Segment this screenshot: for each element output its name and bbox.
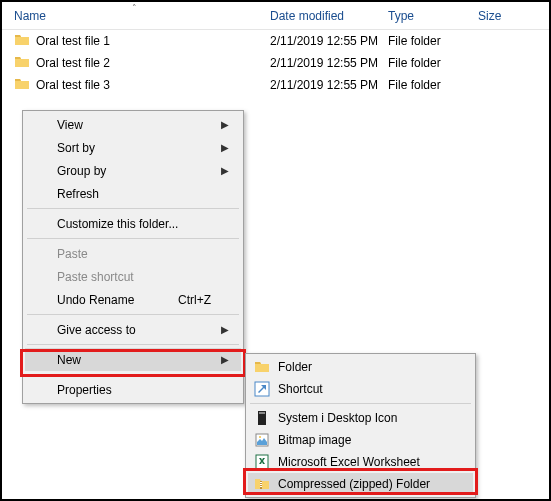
- folder-icon: [14, 32, 30, 51]
- file-date: 2/11/2019 12:55 PM: [270, 78, 388, 92]
- menu-separator: [27, 344, 239, 345]
- excel-icon: [254, 454, 270, 470]
- file-type: File folder: [388, 56, 478, 70]
- file-name: Oral test file 3: [36, 78, 110, 92]
- svg-rect-2: [259, 412, 265, 414]
- shortcut-icon: [254, 381, 270, 397]
- menu-separator: [27, 208, 239, 209]
- file-type: File folder: [388, 78, 478, 92]
- folder-icon: [14, 76, 30, 95]
- submenu-arrow-icon: ▶: [221, 165, 229, 176]
- new-submenu: Folder Shortcut System i Desktop Icon Bi…: [245, 353, 476, 498]
- svg-rect-8: [260, 484, 262, 485]
- menu-separator: [27, 238, 239, 239]
- svg-rect-9: [260, 486, 262, 487]
- zip-folder-icon: [254, 476, 270, 492]
- file-list: Oral test file 12/11/2019 12:55 PMFile f…: [2, 30, 549, 96]
- menu-separator: [27, 314, 239, 315]
- column-header-size[interactable]: Size: [478, 9, 537, 23]
- file-name: Oral test file 1: [36, 34, 110, 48]
- submenu-arrow-icon: ▶: [221, 324, 229, 335]
- svg-rect-7: [260, 482, 262, 483]
- submenu-compressed-folder[interactable]: Compressed (zipped) Folder: [248, 473, 473, 495]
- menu-give-access-to[interactable]: Give access to▶: [25, 318, 241, 341]
- submenu-arrow-icon: ▶: [221, 354, 229, 365]
- menu-customize-folder[interactable]: Customize this folder...: [25, 212, 241, 235]
- menu-undo-rename[interactable]: Undo RenameCtrl+Z: [25, 288, 241, 311]
- sort-ascending-icon: ˄: [132, 3, 137, 13]
- column-header-name[interactable]: Name: [14, 9, 270, 23]
- menu-shortcut-key: Ctrl+Z: [178, 293, 211, 307]
- folder-icon: [254, 359, 270, 375]
- menu-sort-by[interactable]: Sort by▶: [25, 136, 241, 159]
- menu-new[interactable]: New▶: [25, 348, 241, 371]
- column-header-type[interactable]: Type: [388, 9, 478, 23]
- submenu-arrow-icon: ▶: [221, 142, 229, 153]
- submenu-systemi-desktop[interactable]: System i Desktop Icon: [248, 407, 473, 429]
- submenu-shortcut[interactable]: Shortcut: [248, 378, 473, 400]
- file-row[interactable]: Oral test file 22/11/2019 12:55 PMFile f…: [2, 52, 549, 74]
- file-date: 2/11/2019 12:55 PM: [270, 56, 388, 70]
- file-date: 2/11/2019 12:55 PM: [270, 34, 388, 48]
- file-type: File folder: [388, 34, 478, 48]
- bitmap-icon: [254, 432, 270, 448]
- menu-paste-shortcut: Paste shortcut: [25, 265, 241, 288]
- file-row[interactable]: Oral test file 32/11/2019 12:55 PMFile f…: [2, 74, 549, 96]
- context-menu: View▶ Sort by▶ Group by▶ Refresh Customi…: [22, 110, 244, 404]
- menu-separator: [27, 374, 239, 375]
- column-header-date[interactable]: Date modified: [270, 9, 388, 23]
- column-header-row: ˄ Name Date modified Type Size: [2, 2, 549, 30]
- file-row[interactable]: Oral test file 12/11/2019 12:55 PMFile f…: [2, 30, 549, 52]
- submenu-bitmap-image[interactable]: Bitmap image: [248, 429, 473, 451]
- file-name: Oral test file 2: [36, 56, 110, 70]
- menu-view[interactable]: View▶: [25, 113, 241, 136]
- menu-properties[interactable]: Properties: [25, 378, 241, 401]
- menu-separator: [250, 403, 471, 404]
- submenu-arrow-icon: ▶: [221, 119, 229, 130]
- systemi-icon: [254, 410, 270, 426]
- menu-refresh[interactable]: Refresh: [25, 182, 241, 205]
- submenu-folder[interactable]: Folder: [248, 356, 473, 378]
- submenu-excel-worksheet[interactable]: Microsoft Excel Worksheet: [248, 451, 473, 473]
- folder-icon: [14, 54, 30, 73]
- menu-paste: Paste: [25, 242, 241, 265]
- svg-point-4: [259, 436, 261, 438]
- menu-group-by[interactable]: Group by▶: [25, 159, 241, 182]
